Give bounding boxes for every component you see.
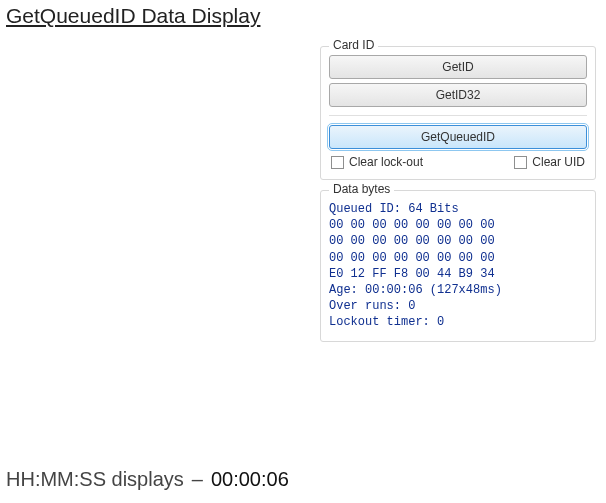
clear-lockout-checkbox[interactable]: Clear lock-out	[331, 155, 423, 169]
get-id32-button[interactable]: GetID32	[329, 83, 587, 107]
data-bytes-output: Queued ID: 64 Bits 00 00 00 00 00 00 00 …	[329, 199, 587, 331]
clear-lockout-label: Clear lock-out	[349, 155, 423, 169]
footer-dash: –	[190, 468, 205, 491]
divider	[329, 115, 587, 116]
card-id-group: Card ID GetID GetID32 GetQueuedID Clear …	[320, 46, 596, 180]
get-id-button[interactable]: GetID	[329, 55, 587, 79]
clear-uid-checkbox[interactable]: Clear UID	[514, 155, 585, 169]
checkbox-icon	[331, 156, 344, 169]
checkbox-icon	[514, 156, 527, 169]
get-queued-id-button[interactable]: GetQueuedID	[329, 125, 587, 149]
footer-time: 00:00:06	[211, 468, 289, 491]
data-bytes-group: Data bytes Queued ID: 64 Bits 00 00 00 0…	[320, 190, 596, 342]
data-bytes-legend: Data bytes	[329, 182, 394, 196]
footer-label: HH:MM:SS displays	[6, 468, 184, 491]
footer-caption: HH:MM:SS displays – 00:00:06	[6, 468, 289, 491]
card-id-legend: Card ID	[329, 38, 378, 52]
clear-uid-label: Clear UID	[532, 155, 585, 169]
page-title: GetQueuedID Data Display	[0, 0, 606, 46]
